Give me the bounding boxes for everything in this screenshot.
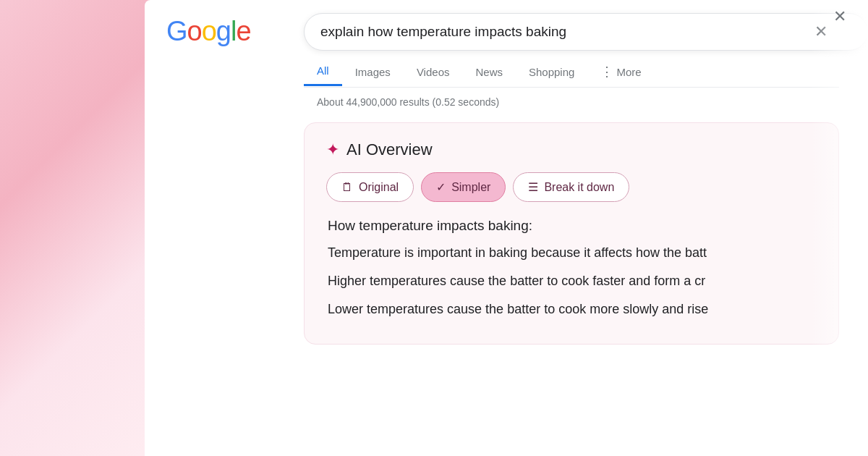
- logo-g: G: [166, 16, 187, 46]
- ai-overview-content: How temperature impacts baking: Temperat…: [326, 218, 817, 319]
- ai-content-title: How temperature impacts baking:: [328, 218, 817, 234]
- tab-news[interactable]: News: [462, 59, 516, 85]
- tab-all-label: All: [317, 64, 329, 77]
- more-icon: ⋮: [600, 64, 613, 80]
- ai-overview-header: ✦ AI Overview: [326, 140, 817, 159]
- ai-content-line-1: Temperature is important in baking becau…: [328, 242, 817, 263]
- break-it-down-label: Break it down: [544, 181, 614, 194]
- tab-shopping[interactable]: Shopping: [516, 59, 587, 85]
- more-tabs-button[interactable]: ⋮ More: [587, 56, 654, 87]
- more-label: More: [616, 66, 641, 78]
- close-icon[interactable]: ✕: [833, 7, 846, 26]
- tab-videos-label: Videos: [417, 66, 450, 78]
- ai-star-icon: ✦: [326, 140, 339, 159]
- tab-images[interactable]: Images: [342, 59, 404, 85]
- google-logo: Google: [166, 16, 251, 47]
- search-input-display: explain how temperature impacts baking: [320, 14, 827, 50]
- tab-all[interactable]: All: [304, 57, 342, 86]
- original-mode-button[interactable]: 🗒 Original: [326, 172, 414, 202]
- tab-videos[interactable]: Videos: [404, 59, 463, 85]
- logo-o2: o: [202, 16, 216, 46]
- nav-tabs-bar: All Images Videos News Shopping ⋮ More: [304, 51, 839, 88]
- logo-g2: g: [216, 16, 231, 46]
- break-it-down-button[interactable]: ☰ Break it down: [513, 172, 629, 202]
- ai-content-line-3: Lower temperatures cause the batter to c…: [328, 299, 817, 320]
- results-count-text: About 44,900,000 results (0.52 seconds): [317, 96, 499, 108]
- simpler-label: Simpler: [451, 181, 490, 194]
- search-bar-container: explain how temperature impacts baking ✕: [304, 0, 868, 51]
- simpler-icon: ✓: [436, 180, 446, 194]
- logo-o1: o: [187, 16, 202, 46]
- search-clear-icon[interactable]: ✕: [814, 22, 827, 41]
- ai-content-line-2: Higher temperatures cause the batter to …: [328, 271, 817, 292]
- results-count: About 44,900,000 results (0.52 seconds): [304, 88, 868, 108]
- tab-news-label: News: [475, 66, 503, 78]
- tab-images-label: Images: [355, 66, 391, 78]
- search-query-text: explain how temperature impacts baking: [320, 13, 566, 51]
- ai-overview-title: AI Overview: [346, 140, 433, 159]
- original-icon: 🗒: [341, 181, 353, 194]
- original-label: Original: [359, 181, 399, 194]
- break-icon: ☰: [528, 180, 538, 194]
- search-bar[interactable]: explain how temperature impacts baking ✕: [304, 13, 868, 51]
- main-content-area: ✕ Google explain how temperature impacts…: [145, 0, 868, 456]
- tab-shopping-label: Shopping: [529, 66, 574, 78]
- simpler-mode-button[interactable]: ✓ Simpler: [421, 172, 506, 202]
- mode-buttons-row: 🗒 Original ✓ Simpler ☰ Break it down: [326, 172, 817, 202]
- ai-overview-section: ✦ AI Overview 🗒 Original ✓ Simpler ☰ Bre…: [304, 122, 839, 345]
- logo-e: e: [236, 16, 250, 46]
